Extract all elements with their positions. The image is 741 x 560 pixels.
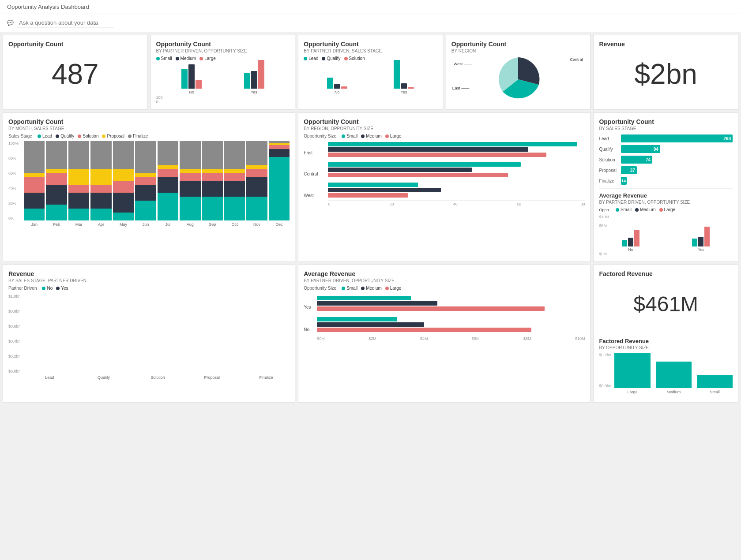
- factored-card: Factored Revenue $461M Factored Revenue …: [593, 265, 738, 403]
- legend-finalize: Finalize: [128, 134, 148, 138]
- avg-rev-yes-bars: [692, 225, 710, 246]
- bar-yes-small: [244, 73, 250, 89]
- app-header: Opportunity Analysis Dashboard: [0, 0, 741, 14]
- month-bar-feb: [46, 141, 67, 220]
- x-lead: Lead: [26, 375, 73, 380]
- opp-partner-yes-group: Yes: [227, 60, 281, 94]
- seg-qualify: [90, 193, 111, 209]
- month-bars: [24, 141, 290, 220]
- seg-finalize: [24, 141, 45, 173]
- stage1-no-label: No: [335, 90, 340, 94]
- stage2-lead-value: 268: [723, 136, 731, 141]
- stage2-qualify-track: 94: [621, 145, 733, 153]
- legend-medium3: Medium: [361, 286, 382, 291]
- fact-small-group: [697, 375, 733, 388]
- west-small-bar: [328, 183, 418, 187]
- revenue-value: $2bn: [599, 48, 733, 101]
- qa-input[interactable]: [17, 19, 114, 27]
- stage2-finalize-bar: 14: [621, 177, 627, 185]
- legend-small2: Small: [616, 207, 632, 212]
- seg-lead: [246, 197, 267, 220]
- seg-lead: [202, 197, 223, 220]
- opp-stage1-title: Opportunity Count: [304, 41, 437, 48]
- seg-lead: [135, 201, 156, 220]
- seg-qualify: [180, 181, 200, 197]
- seg-solution: [135, 177, 156, 185]
- revenue-card: Revenue $2bn: [593, 35, 738, 110]
- opp-month-subtitle: BY MONTH, SALES STAGE: [8, 126, 290, 131]
- seg-solution: [24, 177, 45, 193]
- avg-rev-card-legend: Opportunity Size Small Medium Large: [304, 286, 585, 291]
- avg-yes-small-bar: [692, 239, 697, 246]
- factored-title: Factored Revenue: [599, 270, 733, 277]
- opp-partner-subtitle: BY PARTNER DRIVEN, OPPORTUNITY SIZE: [156, 49, 290, 53]
- seg-proposal: [90, 169, 111, 185]
- seg-qualify: [269, 149, 290, 157]
- avg-rev-y-0m: $0M: [599, 252, 733, 256]
- seg-lead: [269, 157, 290, 220]
- legend-no: No: [42, 286, 53, 291]
- pie-labels: Central: [570, 57, 583, 62]
- fact-medium-group: [656, 362, 692, 388]
- opp-region-title: Opportunity Count: [451, 41, 585, 48]
- yes-hbars: [317, 296, 585, 311]
- avg-rev-hchart: Yes No: [304, 296, 585, 341]
- bar-no-medium: [188, 64, 195, 89]
- seg-lead: [180, 197, 200, 220]
- yes-medium-hbar: [317, 301, 437, 306]
- x-label-jul: Jul: [158, 222, 178, 227]
- bar2-yes-solution: [408, 87, 414, 89]
- opp-partner-y-100: 100: [156, 95, 290, 100]
- opp-month-chart-wrap: 100% 80% 60% 40% 20% 0%: [8, 141, 290, 229]
- seg-proposal: [158, 165, 178, 169]
- avg-yes-label: Yes: [698, 247, 704, 252]
- avg-rev-card: Average Revenue BY PARTNER DRIVEN, OPPOR…: [298, 265, 591, 403]
- month-bar-dec: [269, 141, 290, 220]
- legend-lead: Lead: [38, 134, 52, 138]
- seg-solution: [68, 185, 89, 193]
- stage2-solution-bar: 74: [621, 156, 652, 164]
- avg-rev-no-bars: [622, 225, 639, 246]
- bar-no-small: [181, 69, 188, 89]
- month-bar-jan: [24, 141, 45, 220]
- rev-stage-card: Revenue BY SALES STAGE, PARTNER DRIVEN P…: [3, 265, 295, 403]
- x-label-jan: Jan: [24, 222, 45, 227]
- legend-medium2: Medium: [635, 207, 656, 212]
- seg-finalize: [180, 141, 200, 169]
- seg-finalize: [246, 141, 267, 165]
- opp-partner-title: Opportunity Count: [156, 41, 290, 48]
- stage1-no-group: No: [308, 60, 366, 94]
- yes-large-hbar: [317, 306, 545, 311]
- opp-partner-no-group: No: [165, 60, 218, 94]
- seg-solution: [46, 173, 67, 185]
- seg-lead: [90, 209, 111, 220]
- avg-no-small-bar: [622, 240, 627, 246]
- app-title: Opportunity Analysis Dashboard: [7, 4, 89, 10]
- seg-proposal: [135, 173, 156, 177]
- stage2-solution-value: 74: [646, 157, 651, 162]
- no-large-hbar: [317, 328, 531, 332]
- seg-qualify: [68, 193, 89, 209]
- avg-rev-y-10m: $10M: [599, 215, 733, 219]
- yes-small-hbar: [317, 296, 411, 300]
- month-bar-nov: [246, 141, 267, 220]
- avg-rev-subtitle: BY PARTNER DRIVEN, OPPORTUNITY SIZE: [599, 200, 733, 205]
- east-small-bar: [328, 142, 577, 146]
- opp-stage1-card: Opportunity Count BY PARTNER DRIVEN, SAL…: [298, 35, 443, 110]
- month-bar-apr: [90, 141, 111, 220]
- legend-proposal: Proposal: [102, 134, 124, 138]
- central-medium-bar: [328, 168, 472, 172]
- stage2-lead-row: Lead 268: [599, 134, 733, 142]
- stage1-yes-label: Yes: [401, 90, 407, 94]
- seg-solution: [90, 185, 111, 193]
- no-medium-hbar: [317, 322, 424, 327]
- avg-rev-yes-group: Yes: [670, 225, 733, 252]
- x-label-jun: Jun: [135, 222, 156, 227]
- factored-x-labels: Large Medium Small: [614, 390, 733, 394]
- seg-lead: [158, 193, 178, 220]
- avg-rev-card-title: Average Revenue: [304, 270, 585, 277]
- west-large-bar: [328, 193, 407, 198]
- seg-finalize: [113, 141, 134, 169]
- x-label-dec: Dec: [269, 222, 290, 227]
- bar-yes-medium: [251, 71, 257, 89]
